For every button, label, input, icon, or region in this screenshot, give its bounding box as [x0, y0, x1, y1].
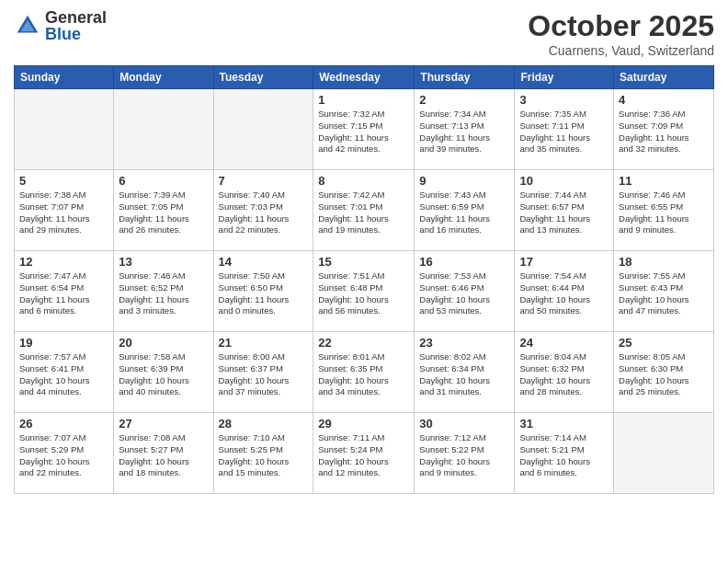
calendar-header-sunday: Sunday	[15, 66, 114, 89]
day-number: 30	[419, 417, 509, 431]
day-info: Sunrise: 7:44 AM Sunset: 6:57 PM Dayligh…	[519, 190, 609, 236]
day-number: 23	[419, 336, 509, 350]
calendar-cell	[15, 89, 114, 170]
day-info: Sunrise: 8:05 AM Sunset: 6:30 PM Dayligh…	[619, 351, 709, 398]
day-number: 5	[19, 174, 108, 188]
calendar-cell: 28Sunrise: 7:10 AM Sunset: 5:25 PM Dayli…	[213, 413, 313, 494]
logo: General Blue	[14, 9, 107, 42]
day-info: Sunrise: 7:42 AM Sunset: 7:01 PM Dayligh…	[318, 190, 409, 236]
calendar-cell: 23Sunrise: 8:02 AM Sunset: 6:34 PM Dayli…	[415, 332, 515, 413]
calendar-header-saturday: Saturday	[614, 66, 714, 89]
day-number: 6	[119, 174, 208, 188]
calendar-cell: 18Sunrise: 7:55 AM Sunset: 6:43 PM Dayli…	[614, 251, 714, 332]
day-number: 2	[419, 93, 509, 107]
logo-icon	[14, 12, 41, 40]
day-info: Sunrise: 7:47 AM Sunset: 6:54 PM Dayligh…	[19, 270, 108, 317]
calendar-table: SundayMondayTuesdayWednesdayThursdayFrid…	[14, 65, 714, 494]
day-info: Sunrise: 7:12 AM Sunset: 5:22 PM Dayligh…	[419, 432, 509, 479]
calendar-header-tuesday: Tuesday	[213, 66, 313, 89]
calendar-header-wednesday: Wednesday	[313, 66, 415, 89]
day-info: Sunrise: 7:58 AM Sunset: 6:39 PM Dayligh…	[119, 351, 208, 398]
calendar-cell: 22Sunrise: 8:01 AM Sunset: 6:35 PM Dayli…	[313, 332, 415, 413]
calendar-cell: 16Sunrise: 7:53 AM Sunset: 6:46 PM Dayli…	[415, 251, 515, 332]
logo-blue-text: Blue	[45, 26, 107, 42]
day-number: 20	[119, 336, 208, 350]
calendar-cell: 15Sunrise: 7:51 AM Sunset: 6:48 PM Dayli…	[313, 251, 415, 332]
day-info: Sunrise: 7:35 AM Sunset: 7:11 PM Dayligh…	[519, 109, 609, 155]
day-info: Sunrise: 7:39 AM Sunset: 7:05 PM Dayligh…	[119, 190, 208, 236]
day-info: Sunrise: 8:04 AM Sunset: 6:32 PM Dayligh…	[519, 351, 609, 398]
calendar-header-monday: Monday	[114, 66, 213, 89]
calendar-cell: 1Sunrise: 7:32 AM Sunset: 7:15 PM Daylig…	[313, 89, 415, 170]
month-title: October 2025	[528, 9, 714, 43]
day-number: 12	[19, 255, 108, 269]
day-info: Sunrise: 7:46 AM Sunset: 6:55 PM Dayligh…	[619, 190, 709, 236]
day-info: Sunrise: 8:02 AM Sunset: 6:34 PM Dayligh…	[419, 351, 509, 398]
day-number: 25	[619, 336, 709, 350]
calendar-cell: 27Sunrise: 7:08 AM Sunset: 5:27 PM Dayli…	[114, 413, 213, 494]
day-number: 26	[19, 417, 108, 431]
calendar-cell: 31Sunrise: 7:14 AM Sunset: 5:21 PM Dayli…	[515, 413, 614, 494]
week-row-3: 12Sunrise: 7:47 AM Sunset: 6:54 PM Dayli…	[15, 251, 714, 332]
calendar-cell: 4Sunrise: 7:36 AM Sunset: 7:09 PM Daylig…	[614, 89, 714, 170]
calendar-cell: 13Sunrise: 7:48 AM Sunset: 6:52 PM Dayli…	[114, 251, 213, 332]
page: General Blue October 2025 Cuarnens, Vaud…	[0, 0, 728, 563]
day-number: 15	[318, 255, 409, 269]
day-info: Sunrise: 7:14 AM Sunset: 5:21 PM Dayligh…	[519, 432, 609, 479]
calendar-header-friday: Friday	[515, 66, 614, 89]
day-number: 14	[219, 255, 309, 269]
calendar-cell: 20Sunrise: 7:58 AM Sunset: 6:39 PM Dayli…	[114, 332, 213, 413]
calendar-header-row: SundayMondayTuesdayWednesdayThursdayFrid…	[15, 66, 714, 89]
calendar-cell: 11Sunrise: 7:46 AM Sunset: 6:55 PM Dayli…	[614, 170, 714, 251]
day-info: Sunrise: 7:08 AM Sunset: 5:27 PM Dayligh…	[119, 432, 208, 479]
calendar-cell: 29Sunrise: 7:11 AM Sunset: 5:24 PM Dayli…	[313, 413, 415, 494]
calendar-cell	[114, 89, 213, 170]
day-number: 21	[219, 336, 309, 350]
day-info: Sunrise: 8:01 AM Sunset: 6:35 PM Dayligh…	[318, 351, 409, 398]
day-info: Sunrise: 7:57 AM Sunset: 6:41 PM Dayligh…	[19, 351, 108, 398]
day-info: Sunrise: 7:07 AM Sunset: 5:29 PM Dayligh…	[19, 432, 108, 479]
week-row-2: 5Sunrise: 7:38 AM Sunset: 7:07 PM Daylig…	[15, 170, 714, 251]
calendar-cell	[614, 413, 714, 494]
day-info: Sunrise: 7:11 AM Sunset: 5:24 PM Dayligh…	[318, 432, 409, 479]
logo-general-text: General	[45, 9, 107, 26]
day-number: 8	[318, 174, 409, 188]
day-number: 1	[318, 93, 409, 107]
day-info: Sunrise: 7:48 AM Sunset: 6:52 PM Dayligh…	[119, 270, 208, 317]
calendar-cell: 26Sunrise: 7:07 AM Sunset: 5:29 PM Dayli…	[15, 413, 114, 494]
day-number: 27	[119, 417, 208, 431]
calendar-cell: 19Sunrise: 7:57 AM Sunset: 6:41 PM Dayli…	[15, 332, 114, 413]
location: Cuarnens, Vaud, Switzerland	[528, 43, 714, 58]
day-info: Sunrise: 7:38 AM Sunset: 7:07 PM Dayligh…	[19, 190, 108, 236]
title-block: October 2025 Cuarnens, Vaud, Switzerland	[528, 9, 714, 58]
day-number: 29	[318, 417, 409, 431]
calendar-cell: 10Sunrise: 7:44 AM Sunset: 6:57 PM Dayli…	[515, 170, 614, 251]
day-info: Sunrise: 7:34 AM Sunset: 7:13 PM Dayligh…	[419, 109, 509, 155]
day-number: 28	[219, 417, 309, 431]
week-row-4: 19Sunrise: 7:57 AM Sunset: 6:41 PM Dayli…	[15, 332, 714, 413]
day-number: 3	[519, 93, 609, 107]
day-number: 9	[419, 174, 509, 188]
day-number: 31	[519, 417, 609, 431]
calendar-cell: 25Sunrise: 8:05 AM Sunset: 6:30 PM Dayli…	[614, 332, 714, 413]
day-number: 18	[619, 255, 709, 269]
calendar-cell: 14Sunrise: 7:50 AM Sunset: 6:50 PM Dayli…	[213, 251, 313, 332]
week-row-5: 26Sunrise: 7:07 AM Sunset: 5:29 PM Dayli…	[15, 413, 714, 494]
day-number: 19	[19, 336, 108, 350]
day-info: Sunrise: 7:40 AM Sunset: 7:03 PM Dayligh…	[219, 190, 309, 236]
day-info: Sunrise: 7:32 AM Sunset: 7:15 PM Dayligh…	[318, 109, 409, 155]
calendar-cell: 21Sunrise: 8:00 AM Sunset: 6:37 PM Dayli…	[213, 332, 313, 413]
calendar-cell: 5Sunrise: 7:38 AM Sunset: 7:07 PM Daylig…	[15, 170, 114, 251]
calendar-cell: 2Sunrise: 7:34 AM Sunset: 7:13 PM Daylig…	[415, 89, 515, 170]
day-info: Sunrise: 7:54 AM Sunset: 6:44 PM Dayligh…	[519, 270, 609, 317]
calendar-cell: 9Sunrise: 7:43 AM Sunset: 6:59 PM Daylig…	[415, 170, 515, 251]
day-number: 13	[119, 255, 208, 269]
calendar-cell: 17Sunrise: 7:54 AM Sunset: 6:44 PM Dayli…	[515, 251, 614, 332]
day-number: 17	[519, 255, 609, 269]
day-info: Sunrise: 8:00 AM Sunset: 6:37 PM Dayligh…	[219, 351, 309, 398]
day-info: Sunrise: 7:43 AM Sunset: 6:59 PM Dayligh…	[419, 190, 509, 236]
day-number: 24	[519, 336, 609, 350]
calendar-cell: 30Sunrise: 7:12 AM Sunset: 5:22 PM Dayli…	[415, 413, 515, 494]
calendar-cell: 8Sunrise: 7:42 AM Sunset: 7:01 PM Daylig…	[313, 170, 415, 251]
day-number: 16	[419, 255, 509, 269]
